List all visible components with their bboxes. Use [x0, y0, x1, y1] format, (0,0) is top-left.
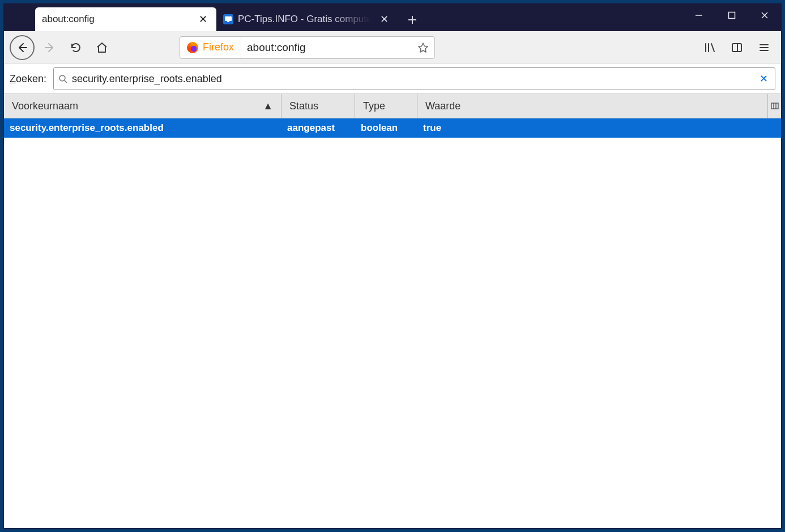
home-button[interactable] [91, 37, 113, 58]
svg-line-20 [65, 80, 67, 83]
search-icon [58, 74, 67, 83]
svg-rect-1 [227, 21, 229, 22]
clear-search-button[interactable]: ✕ [757, 70, 770, 87]
tab-strip: about:config ✕ PC-Tips.INFO - Gratis com… [4, 4, 424, 31]
close-icon[interactable]: ✕ [378, 13, 391, 25]
tab-about-config[interactable]: about:config ✕ [35, 7, 216, 31]
column-value-label: Waarde [425, 100, 460, 112]
tab-pc-tips[interactable]: PC-Tips.INFO - Gratis compute ✕ [216, 7, 398, 31]
bookmark-star-button[interactable] [412, 37, 434, 58]
config-search-input[interactable] [72, 73, 753, 85]
column-name-label: Voorkeurnaam [12, 100, 78, 112]
library-button[interactable] [698, 36, 721, 59]
preference-row[interactable]: security.enterprise_roots.enabled aangep… [4, 118, 781, 138]
close-icon[interactable]: ✕ [197, 13, 210, 25]
reload-button[interactable] [65, 37, 87, 58]
url-bar[interactable]: Firefox [180, 36, 435, 59]
pref-value: true [417, 122, 781, 134]
column-headers: Voorkeurnaam ▲ Status Type Waarde [4, 93, 781, 118]
pref-type: boolean [355, 122, 417, 134]
firefox-icon [187, 42, 198, 53]
site-favicon [223, 14, 233, 24]
column-name[interactable]: Voorkeurnaam ▲ [4, 94, 281, 118]
titlebar: about:config ✕ PC-Tips.INFO - Gratis com… [4, 4, 781, 31]
window-controls [682, 4, 781, 27]
new-tab-button[interactable] [401, 8, 424, 31]
column-value[interactable]: Waarde [417, 94, 767, 118]
sidebar-button[interactable] [726, 36, 748, 59]
tab-title: about:config [42, 14, 192, 25]
forward-button[interactable] [39, 37, 61, 58]
minimize-button[interactable] [682, 4, 715, 27]
sort-ascending-icon: ▲ [263, 100, 273, 112]
maximize-button[interactable] [715, 4, 748, 27]
menu-button[interactable] [753, 36, 775, 59]
column-status-label: Status [289, 100, 318, 112]
url-input[interactable] [241, 37, 412, 58]
tab-title: PC-Tips.INFO - Gratis compute [238, 14, 373, 25]
column-type-label: Type [363, 100, 385, 112]
preference-list: security.enterprise_roots.enabled aangep… [4, 118, 781, 528]
pref-name: security.enterprise_roots.enabled [4, 122, 281, 134]
close-window-button[interactable] [748, 4, 781, 27]
nav-toolbar: Firefox [4, 31, 781, 64]
config-search-box[interactable]: ✕ [53, 67, 775, 90]
firefox-window: about:config ✕ PC-Tips.INFO - Gratis com… [3, 3, 782, 529]
search-label: Zoeken: [10, 73, 46, 85]
back-button[interactable] [10, 35, 35, 60]
svg-rect-5 [729, 12, 735, 19]
pref-status: aangepast [281, 122, 355, 134]
column-type[interactable]: Type [355, 94, 417, 118]
svg-rect-0 [225, 16, 232, 21]
column-status[interactable]: Status [281, 94, 355, 118]
column-picker-button[interactable] [767, 94, 781, 118]
svg-point-19 [59, 75, 65, 81]
svg-marker-10 [419, 43, 428, 52]
svg-line-13 [711, 44, 714, 52]
config-search-row: Zoeken: ✕ [4, 64, 781, 93]
identity-box[interactable]: Firefox [180, 37, 241, 58]
identity-label: Firefox [203, 41, 234, 53]
svg-rect-21 [771, 103, 778, 109]
